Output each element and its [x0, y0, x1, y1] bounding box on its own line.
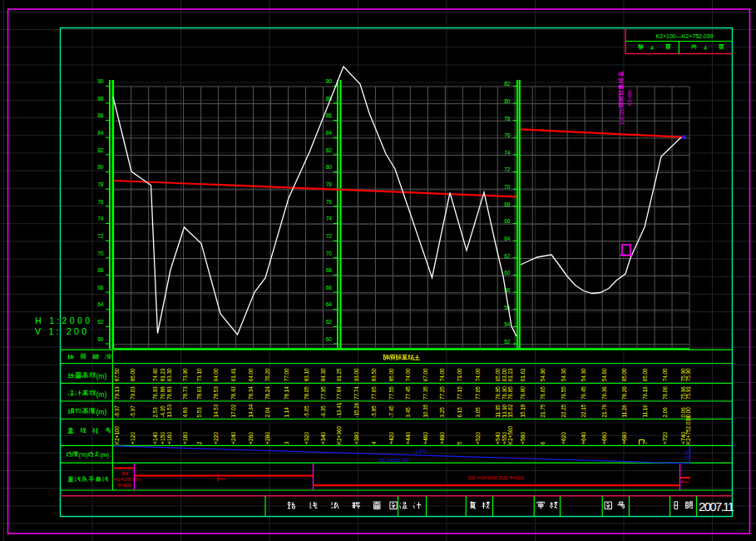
- svg-text:JD4: JD4: [121, 472, 129, 476]
- svg-text:76.88: 76.88: [160, 386, 166, 400]
- svg-text:+540: +540: [495, 431, 501, 444]
- svg-text:22.15: 22.15: [581, 404, 586, 417]
- svg-text:91.25: 91.25: [336, 368, 342, 381]
- svg-text:11.95: 11.95: [495, 405, 501, 418]
- svg-text:70: 70: [326, 251, 333, 256]
- svg-text:+440: +440: [405, 431, 411, 444]
- svg-text:76.06: 76.06: [662, 386, 668, 400]
- svg-text:72: 72: [97, 233, 104, 239]
- svg-text:65.00: 65.00: [642, 368, 648, 381]
- svg-text:83.50: 83.50: [371, 368, 377, 381]
- svg-text:K2+360: K2+360: [336, 426, 342, 444]
- svg-text:74.40: 74.40: [152, 368, 158, 381]
- svg-text:79.03: 79.03: [130, 386, 136, 400]
- svg-text:13.90: 13.90: [502, 404, 507, 417]
- svg-text:+120: +120: [130, 431, 136, 444]
- svg-text:77.55: 77.55: [388, 386, 394, 400]
- svg-text:78.14: 78.14: [284, 386, 289, 400]
- svg-text:7: 7: [642, 441, 648, 444]
- svg-text:62: 62: [504, 253, 511, 259]
- svg-text:6: 6: [540, 441, 546, 444]
- svg-text:86: 86: [97, 112, 104, 118]
- svg-text:77.84: 77.84: [336, 386, 342, 400]
- svg-text:R=1101: R=1101: [118, 484, 132, 488]
- svg-text:76.83: 76.83: [166, 386, 172, 400]
- svg-text:80: 80: [97, 164, 104, 170]
- svg-text:78: 78: [97, 181, 104, 187]
- svg-text:79.13: 79.13: [114, 386, 120, 400]
- svg-text:67.00: 67.00: [422, 368, 428, 381]
- svg-text:83.10: 83.10: [304, 368, 309, 381]
- svg-text:+280: +280: [264, 431, 270, 444]
- svg-text:3.05: 3.05: [475, 407, 481, 418]
- svg-text:-5.85: -5.85: [371, 405, 377, 418]
- svg-text:21.75: 21.75: [540, 404, 546, 417]
- svg-text:4: 4: [650, 45, 654, 51]
- svg-text:+460: +460: [422, 431, 428, 444]
- svg-text:77.35: 77.35: [422, 386, 428, 400]
- svg-text:75.91: 75.91: [685, 386, 691, 400]
- svg-text:66: 66: [326, 285, 333, 290]
- svg-text:-7.45: -7.45: [388, 405, 394, 418]
- svg-text:76.90: 76.90: [502, 386, 507, 400]
- svg-text:+640: +640: [581, 431, 586, 444]
- svg-text:76: 76: [504, 132, 511, 138]
- svg-text:-6.35: -6.35: [320, 405, 326, 418]
- svg-text:5: 5: [457, 441, 462, 444]
- svg-text:74.00: 74.00: [405, 368, 411, 381]
- svg-text:78: 78: [326, 181, 333, 187]
- svg-text:60: 60: [326, 336, 333, 342]
- svg-text:76.26: 76.26: [621, 386, 627, 400]
- svg-text:74: 74: [326, 216, 333, 221]
- svg-text:68: 68: [97, 267, 104, 273]
- svg-text:2: 2: [196, 441, 202, 444]
- svg-text:66: 66: [504, 218, 511, 224]
- svg-text:78.63: 78.63: [196, 386, 202, 400]
- svg-text:70: 70: [504, 184, 511, 190]
- svg-text:4: 4: [371, 441, 377, 444]
- svg-text:+680: +680: [621, 431, 627, 444]
- svg-text:K2+100: K2+100: [114, 426, 120, 444]
- svg-text:86: 86: [326, 112, 333, 118]
- svg-text:63.00: 63.00: [502, 368, 507, 381]
- svg-text:77.65: 77.65: [371, 386, 377, 400]
- svg-text:-13.41: -13.41: [336, 402, 342, 417]
- svg-text:72: 72: [504, 166, 511, 172]
- svg-text:76.20: 76.20: [264, 368, 270, 381]
- svg-text:-5.05: -5.05: [304, 405, 309, 418]
- svg-text:90: 90: [326, 78, 333, 84]
- svg-text:JD3 I=14°16'00.3"(Z) R=1201: JD3 I=14°16'00.3"(Z) R=1201: [467, 475, 525, 480]
- svg-text:+220: +220: [213, 431, 219, 444]
- svg-text:78.43: 78.43: [230, 386, 236, 400]
- svg-text:61.41: 61.41: [230, 368, 236, 381]
- svg-text:78.53: 78.53: [213, 386, 219, 400]
- svg-text:52: 52: [504, 339, 511, 345]
- svg-text:77.05: 77.05: [475, 386, 481, 400]
- svg-text:0.00: 0.00: [685, 407, 691, 418]
- svg-text:(m): (m): [96, 408, 107, 416]
- svg-text:-15.26: -15.26: [353, 402, 359, 417]
- svg-text:93.00: 93.00: [353, 368, 359, 381]
- svg-text:77.15: 77.15: [457, 386, 462, 400]
- svg-text:74: 74: [97, 216, 104, 221]
- svg-text:70: 70: [97, 251, 104, 256]
- svg-text:73.10: 73.10: [196, 368, 202, 381]
- svg-text:85.00: 85.00: [130, 368, 136, 381]
- svg-text:4: 4: [704, 45, 707, 51]
- svg-text:11.26: 11.26: [621, 405, 627, 418]
- svg-text:2.06: 2.06: [662, 407, 668, 418]
- svg-text:3.25: 3.25: [439, 407, 445, 418]
- svg-text:80: 80: [504, 98, 511, 104]
- svg-text:3: 3: [284, 441, 289, 444]
- svg-text:+180: +180: [182, 431, 188, 444]
- svg-text:+160: +160: [166, 431, 172, 444]
- svg-text:77.95: 77.95: [320, 386, 326, 400]
- svg-text:5.53: 5.53: [196, 407, 202, 418]
- svg-text:21.76: 21.76: [601, 404, 607, 417]
- svg-text:54.60: 54.60: [601, 368, 607, 381]
- svg-text:76.45: 76.45: [581, 386, 586, 400]
- svg-text:+660: +660: [601, 431, 607, 444]
- svg-text:1-4.0m: 1-4.0m: [619, 108, 625, 125]
- svg-text:63.30: 63.30: [166, 368, 172, 381]
- svg-text:75.90: 75.90: [685, 368, 691, 381]
